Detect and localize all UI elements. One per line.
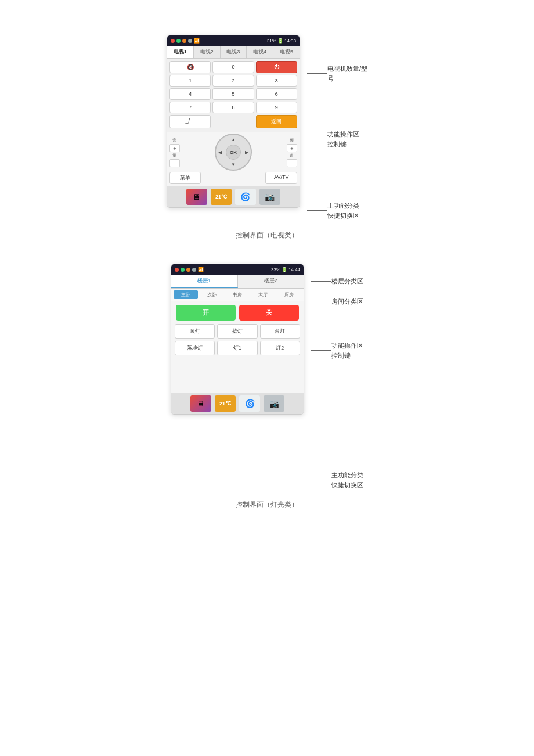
tv-tab-2[interactable]: 电视2 xyxy=(194,46,221,58)
light-wifi-icon: 📶 xyxy=(198,267,204,272)
dpad-ok[interactable]: OK xyxy=(226,145,241,160)
battery-percent: 31% xyxy=(267,38,276,44)
btn-light-1[interactable]: 灯1 xyxy=(217,341,257,355)
btn-1[interactable]: 1 xyxy=(169,75,211,87)
btn-zero[interactable]: 0 xyxy=(212,61,254,73)
room-tabs-bar: 主卧 次卧 书房 大厅 厨房 xyxy=(171,289,304,301)
light-annotations: 楼层分类区 房间分类区 功能操作区 控制键 主功能分类 快捷切换区 xyxy=(304,264,363,489)
dot-gray xyxy=(188,39,192,43)
ch-minus-btn[interactable]: — xyxy=(287,159,297,167)
light-time: 14:44 xyxy=(288,267,300,272)
qs-ac-icon[interactable]: 21℃ xyxy=(211,189,232,205)
light-battery-icon: 🔋 xyxy=(282,267,287,272)
light-phone-mockup: 📶 33% 🔋 14:44 楼层1 楼层2 主卧 次卧 书房 大厅 厨房 xyxy=(171,264,304,415)
dpad-section: 音 + 量 — ▲ ▼ ◀ ▶ OK 频 + 道 xyxy=(167,132,300,172)
tv-status-bar: 📶 31% 🔋 14:33 xyxy=(167,35,300,46)
tv-tab-1[interactable]: 电视1 xyxy=(167,46,194,58)
anno-line-floor xyxy=(311,281,331,282)
light-qs-fan-icon[interactable]: 🌀 xyxy=(239,395,260,412)
anno-light-quick-label: 主功能分类 快捷切换区 xyxy=(331,470,363,489)
btn-7[interactable]: 7 xyxy=(169,102,211,113)
qs-fan-icon[interactable]: 🌀 xyxy=(235,189,256,205)
btn-9[interactable]: 9 xyxy=(256,102,297,113)
light-dot-green xyxy=(181,268,185,272)
btn-2[interactable]: 2 xyxy=(212,75,254,87)
anno-tv-count-label: 电视机数量/型 号 xyxy=(327,64,367,83)
light-on-off-area: 开 关 xyxy=(171,301,304,324)
status-left-icons: 📶 xyxy=(171,38,200,44)
vol-label: 音 xyxy=(172,138,176,143)
remote-row-123: 1 2 3 xyxy=(169,75,297,87)
dpad-right[interactable]: ▶ xyxy=(245,150,248,155)
vol-label2: 量 xyxy=(172,153,176,159)
anno-line-light-func xyxy=(311,350,331,351)
back-button[interactable]: 返回 xyxy=(256,115,297,128)
qs-cam-icon[interactable]: 📷 xyxy=(259,189,280,205)
room-tab-study[interactable]: 书房 xyxy=(225,290,250,299)
wifi-icon: 📶 xyxy=(194,38,200,44)
tv-quick-switch: 🖥 21℃ 🌀 📷 xyxy=(167,186,300,207)
menu-button[interactable]: 菜单 xyxy=(169,172,201,184)
remote-control-grid: 🔇 0 ⏻ 1 2 3 4 5 6 7 xyxy=(167,59,300,132)
dot-green xyxy=(176,39,181,43)
light-off-button[interactable]: 关 xyxy=(239,305,299,321)
room-tab-kitchen[interactable]: 厨房 xyxy=(277,290,301,299)
light-qs-ac-icon[interactable]: 21℃ xyxy=(215,395,236,412)
btn-desk-light[interactable]: 台灯 xyxy=(260,324,300,339)
avtv-button[interactable]: AV/TV xyxy=(265,172,297,184)
anno-line-tv-count xyxy=(307,73,327,74)
room-tab-second-bed[interactable]: 次卧 xyxy=(199,290,223,299)
tv-tab-4[interactable]: 电视4 xyxy=(247,46,273,58)
light-qs-tv-icon[interactable]: 🖥 xyxy=(190,395,211,412)
ch-label2: 道 xyxy=(290,153,294,159)
btn-6[interactable]: 6 xyxy=(256,88,297,100)
btn-light-2[interactable]: 灯2 xyxy=(260,341,300,355)
btn-4[interactable]: 4 xyxy=(169,88,211,100)
dpad-up[interactable]: ▲ xyxy=(231,137,236,142)
tv-section: 📶 31% 🔋 14:33 电视1 电视2 电视3 电视4 电视5 xyxy=(167,35,367,220)
light-quick-switch: 🖥 21℃ 🌀 📷 xyxy=(171,393,304,414)
anno-light-quick-row: 主功能分类 快捷切换区 xyxy=(311,470,363,489)
light-on-button[interactable]: 开 xyxy=(176,305,236,321)
qs-tv-icon[interactable]: 🖥 xyxy=(186,189,207,205)
tv-caption: 控制界面（电视类） xyxy=(236,231,298,240)
dpad-left[interactable]: ◀ xyxy=(218,150,222,155)
dpad-down[interactable]: ▼ xyxy=(231,162,236,167)
tv-tab-3[interactable]: 电视3 xyxy=(221,46,247,58)
ch-plus-btn[interactable]: + xyxy=(287,144,297,152)
light-status-left: 📶 xyxy=(175,267,204,272)
mute-button[interactable]: 🔇 xyxy=(169,61,211,73)
floor-tab-2[interactable]: 楼层2 xyxy=(238,275,304,288)
anno-quick-label: 主功能分类 快捷切换区 xyxy=(327,201,359,220)
btn-3[interactable]: 3 xyxy=(256,75,297,87)
tv-tabs-bar: 电视1 电视2 电视3 电视4 电视5 xyxy=(167,46,300,59)
btn-ceiling-light[interactable]: 顶灯 xyxy=(175,324,215,339)
anno-quick-row: 主功能分类 快捷切换区 xyxy=(307,201,367,220)
tv-annotations: 电视机数量/型 号 功能操作区 控制键 主功能分类 快捷切换区 xyxy=(300,35,367,220)
anno-line-light-quick xyxy=(311,480,331,480)
dot-orange xyxy=(182,39,186,43)
status-right-info: 31% 🔋 14:33 xyxy=(267,38,296,44)
btn-dash[interactable]: _/— xyxy=(169,115,211,128)
anno-floor-row: 楼层分类区 xyxy=(311,276,363,286)
anno-light-func-label: 功能操作区 控制键 xyxy=(331,341,363,360)
floor-tab-1[interactable]: 楼层1 xyxy=(171,275,238,288)
vol-plus-btn[interactable]: + xyxy=(169,144,180,152)
tv-tab-5[interactable]: 电视5 xyxy=(273,46,300,58)
btn-8[interactable]: 8 xyxy=(212,102,254,113)
room-tab-main-bed[interactable]: 主卧 xyxy=(174,290,198,299)
light-empty-space xyxy=(171,358,304,393)
vol-minus-btn[interactable]: — xyxy=(169,159,180,167)
volume-control: 音 + 量 — xyxy=(169,138,180,167)
light-row-1: 顶灯 壁灯 台灯 xyxy=(175,324,300,339)
room-tab-hall[interactable]: 大厅 xyxy=(251,290,275,299)
btn-floor-light[interactable]: 落地灯 xyxy=(175,341,215,355)
btn-wall-light[interactable]: 壁灯 xyxy=(217,324,257,339)
remote-row-top: 🔇 0 ⏻ xyxy=(169,61,297,73)
light-qs-cam-icon[interactable]: 📷 xyxy=(264,395,284,412)
btn-5[interactable]: 5 xyxy=(212,88,254,100)
power-button[interactable]: ⏻ xyxy=(256,61,297,73)
clock-time: 14:33 xyxy=(284,38,296,44)
remote-row-dash-back: _/— 返回 xyxy=(169,115,297,128)
ch-label: 频 xyxy=(290,138,294,143)
